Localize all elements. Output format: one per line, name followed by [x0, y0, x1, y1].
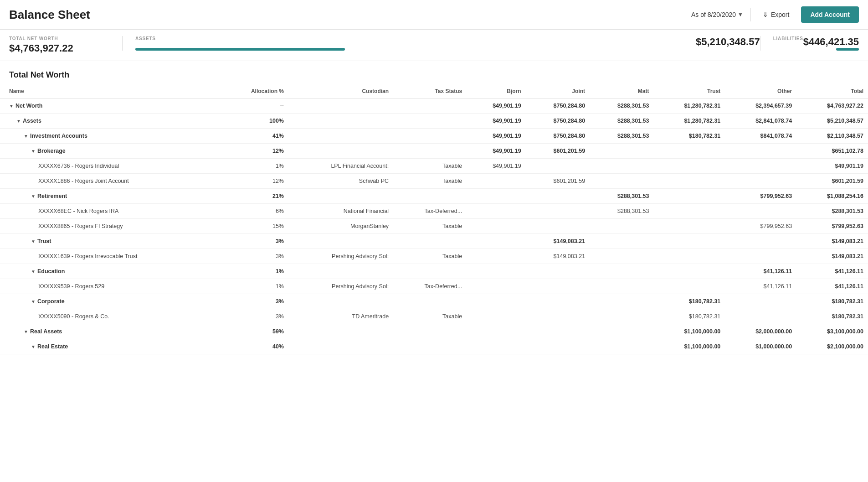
cell-joint — [526, 189, 590, 204]
cell-custodian: MorganStanley — [288, 219, 393, 234]
cell-matt: $288,301.53 — [590, 114, 653, 129]
cell-other — [725, 144, 796, 159]
cell-custodian: Schwab PC — [288, 174, 393, 189]
cell-alloc: 12% — [223, 174, 288, 189]
cell-joint — [526, 339, 590, 354]
cell-tax — [393, 114, 467, 129]
export-button[interactable]: ⇓ Export — [758, 8, 794, 21]
cell-name[interactable]: ▼Corporate — [0, 294, 223, 309]
cell-total: $4,763,927.22 — [796, 98, 868, 114]
cell-total: $5,210,348.57 — [796, 114, 868, 129]
cell-name[interactable]: ▼Assets — [0, 114, 223, 129]
chevron-icon: ▼ — [9, 104, 14, 109]
cell-custodian — [288, 234, 393, 249]
cell-total: $651,102.78 — [796, 144, 868, 159]
cell-bjorn — [467, 279, 526, 294]
assets-bar — [135, 48, 345, 51]
liabilities-bar — [836, 48, 859, 51]
assets-label: ASSETS — [135, 36, 156, 41]
cell-custodian — [288, 189, 393, 204]
cell-matt — [590, 294, 653, 309]
page-title: Balance Sheet — [9, 8, 90, 22]
cell-alloc: 3% — [223, 249, 288, 264]
cell-custodian — [288, 324, 393, 339]
cell-tax — [393, 189, 467, 204]
cell-trust — [654, 264, 725, 279]
cell-tax — [393, 144, 467, 159]
table-row: ▼Education1%$41,126.11$41,126.11 — [0, 264, 868, 279]
cell-trust — [654, 219, 725, 234]
cell-name[interactable]: ▼Investment Accounts — [0, 129, 223, 144]
table-row: ▼Corporate3%$180,782.31$180,782.31 — [0, 294, 868, 309]
add-account-button[interactable]: Add Account — [801, 6, 859, 23]
cell-name[interactable]: ▼Education — [0, 264, 223, 279]
cell-matt — [590, 249, 653, 264]
cell-joint — [526, 294, 590, 309]
cell-trust — [654, 204, 725, 219]
chevron-down-icon: ▼ — [738, 11, 743, 18]
balance-sheet-table: Name Allocation % Custodian Tax Status B… — [0, 84, 868, 354]
cell-joint: $750,284.80 — [526, 98, 590, 114]
cell-trust — [654, 159, 725, 174]
cell-trust: $1,100,000.00 — [654, 339, 725, 354]
cell-tax: Taxable — [393, 249, 467, 264]
cell-total: $799,952.63 — [796, 219, 868, 234]
cell-tax — [393, 294, 467, 309]
cell-alloc: 12% — [223, 144, 288, 159]
table-row: ▼Real Estate40%$1,100,000.00$1,000,000.0… — [0, 339, 868, 354]
cell-matt: $288,301.53 — [590, 204, 653, 219]
cell-name: XXXXX9539 - Rogers 529 — [0, 279, 223, 294]
chevron-icon: ▼ — [31, 194, 36, 199]
cell-matt: $288,301.53 — [590, 129, 653, 144]
table-header-row: Name Allocation % Custodian Tax Status B… — [0, 84, 868, 98]
summary-bar: TOTAL NET WORTH $4,763,927.22 ASSETS $5,… — [0, 30, 868, 61]
cell-bjorn: $49,901.19 — [467, 114, 526, 129]
table-row: ▼Trust3%$149,083.21$149,083.21 — [0, 234, 868, 249]
cell-alloc: 3% — [223, 294, 288, 309]
cell-total: $601,201.59 — [796, 174, 868, 189]
cell-total: $41,126.11 — [796, 264, 868, 279]
cell-trust: $1,280,782.31 — [654, 98, 725, 114]
cell-custodian: LPL Financial Account: — [288, 159, 393, 174]
cell-tax — [393, 98, 467, 114]
cell-other — [725, 159, 796, 174]
cell-total: $49,901.19 — [796, 159, 868, 174]
cell-name[interactable]: ▼Net Worth — [0, 98, 223, 114]
cell-tax: Tax-Deferred... — [393, 204, 467, 219]
cell-bjorn — [467, 309, 526, 324]
cell-joint — [526, 204, 590, 219]
cell-trust — [654, 249, 725, 264]
cell-name[interactable]: ▼Trust — [0, 234, 223, 249]
cell-matt: $288,301.53 — [590, 98, 653, 114]
cell-name: XXXXX5090 - Rogers & Co. — [0, 309, 223, 324]
cell-tax: Tax-Deferred... — [393, 279, 467, 294]
cell-name[interactable]: ▼Real Estate — [0, 339, 223, 354]
cell-name[interactable]: ▼Retirement — [0, 189, 223, 204]
cell-alloc: 3% — [223, 234, 288, 249]
col-custodian: Custodian — [288, 84, 393, 98]
cell-name[interactable]: ▼Brokerage — [0, 144, 223, 159]
cell-alloc: 1% — [223, 264, 288, 279]
cell-joint: $149,083.21 — [526, 249, 590, 264]
cell-bjorn: $49,901.19 — [467, 129, 526, 144]
cell-bjorn: $49,901.19 — [467, 98, 526, 114]
chevron-icon: ▼ — [24, 329, 28, 334]
cell-joint — [526, 324, 590, 339]
col-tax-status: Tax Status — [393, 84, 467, 98]
table-row: XXXXX1886 - Rogers Joint Account12%Schwa… — [0, 174, 868, 189]
cell-tax: Taxable — [393, 174, 467, 189]
cell-name: XXXXX68EC - Nick Rogers IRA — [0, 204, 223, 219]
cell-tax — [393, 324, 467, 339]
cell-matt — [590, 339, 653, 354]
table-row: XXXXX8865 - Rogers FI Strategy15%MorganS… — [0, 219, 868, 234]
cell-bjorn — [467, 234, 526, 249]
cell-total: $180,782.31 — [796, 294, 868, 309]
cell-other: $2,841,078.74 — [725, 114, 796, 129]
table-row: ▼Net Worth--$49,901.19$750,284.80$288,30… — [0, 98, 868, 114]
cell-trust: $180,782.31 — [654, 309, 725, 324]
cell-joint: $149,083.21 — [526, 234, 590, 249]
cell-trust: $180,782.31 — [654, 129, 725, 144]
cell-name[interactable]: ▼Real Assets — [0, 324, 223, 339]
date-selector[interactable]: As of 8/20/2020 ▼ — [691, 11, 743, 18]
cell-name: XXXXX8865 - Rogers FI Strategy — [0, 219, 223, 234]
